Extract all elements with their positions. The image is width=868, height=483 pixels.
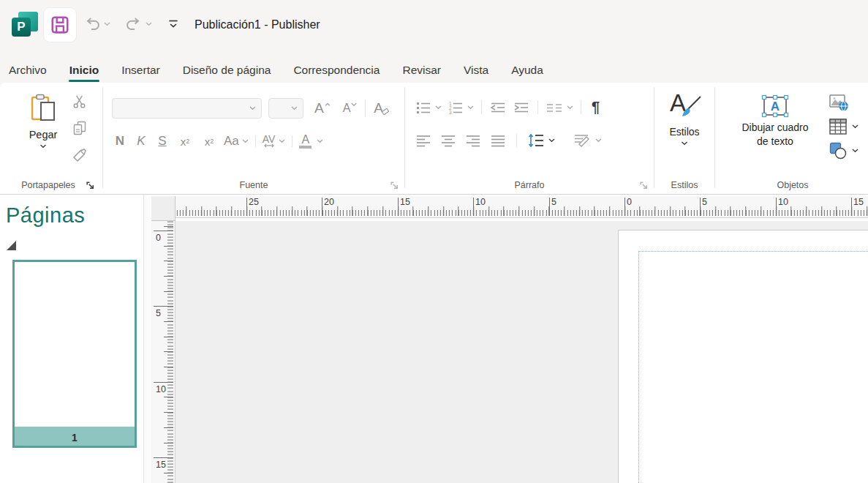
grow-font-button[interactable]: A [314, 100, 331, 116]
numbering-icon: 1 2 3 [448, 100, 464, 116]
line-spacing-icon [527, 132, 545, 149]
group-objetos: A Dibujar cuadro de texto [715, 83, 868, 194]
clipboard-dialog-launcher-icon[interactable] [86, 181, 95, 190]
styles-label: Estilos [669, 126, 699, 138]
tab-revisar[interactable]: Revisar [401, 59, 442, 81]
format-painter-icon[interactable] [72, 147, 88, 163]
italic-button[interactable]: K [133, 134, 149, 149]
publisher-logo-letter: P [12, 18, 31, 37]
pictures-button[interactable] [829, 93, 858, 112]
ruler-corner-box [151, 196, 176, 221]
decrease-indent-icon[interactable] [489, 100, 507, 116]
undo-dropdown-chevron-icon[interactable] [104, 22, 110, 26]
bold-button[interactable]: N [112, 134, 128, 149]
draw-text-box-button[interactable]: A Dibujar cuadro de texto [728, 94, 822, 148]
vertical-ruler[interactable]: 0 5 10 15 [151, 221, 176, 483]
shapes-chevron-icon [852, 149, 858, 153]
copy-icon[interactable] [72, 120, 88, 136]
font-color-swatch [299, 146, 312, 149]
pages-pane-title: Páginas [6, 203, 85, 228]
paste-label: Pegar [29, 129, 58, 141]
show-formatting-marks-button[interactable]: ¶ [592, 99, 600, 116]
tab-archivo[interactable]: Archivo [8, 59, 48, 81]
paragraph-borders-button[interactable] [573, 132, 602, 149]
align-center-icon[interactable] [440, 133, 456, 148]
clear-formatting-button[interactable]: A [374, 100, 390, 116]
page-thumbnail[interactable]: 1 [12, 260, 137, 448]
ribbon: Pegar Portapapeles [0, 83, 868, 195]
line-spacing-button[interactable] [527, 132, 555, 149]
horizontal-ruler[interactable]: 25 20 15 10 5 0 5 [176, 196, 868, 218]
shapes-button[interactable] [829, 141, 858, 160]
group-fuente: A A A N K S x2 x2 Aa [103, 83, 404, 194]
redo-dropdown-chevron-icon[interactable] [146, 22, 152, 26]
pages-pane-collapse-icon[interactable] [7, 241, 16, 250]
page-thumbnail-number: 1 [15, 432, 135, 443]
columns-icon [546, 101, 563, 114]
group-portapapeles: Pegar Portapapeles [0, 83, 102, 194]
draw-text-box-label-line2: de texto [757, 135, 793, 148]
tab-insertar[interactable]: Insertar [121, 59, 161, 81]
save-button[interactable] [44, 8, 76, 42]
justify-icon[interactable] [490, 133, 506, 148]
align-right-icon[interactable] [465, 133, 481, 148]
tab-vista[interactable]: Vista [463, 59, 489, 81]
superscript-button[interactable]: x2 [200, 135, 219, 148]
paragraph-borders-chevron-icon [595, 138, 602, 143]
increase-indent-icon[interactable] [513, 100, 530, 116]
save-icon [50, 15, 70, 35]
paste-button[interactable]: Pegar [20, 92, 66, 149]
bullets-button[interactable] [415, 100, 442, 116]
title-bar: P Publicación1 - Publisher [0, 0, 868, 57]
character-spacing-chevron-icon [279, 139, 285, 143]
clear-formatting-eraser-icon [382, 107, 390, 116]
line-spacing-chevron-icon [548, 138, 555, 143]
group-estilos: A Estilos Estilos [654, 83, 714, 194]
tab-correspondencia[interactable]: Correspondencia [293, 59, 380, 81]
numbering-chevron-icon [467, 105, 474, 110]
styles-button[interactable]: A Estilos [663, 92, 706, 146]
ribbon-tab-bar: Archivo Inicio Insertar Diseño de página… [0, 57, 868, 83]
lines-pencil-icon [573, 132, 592, 149]
publication-page[interactable] [618, 230, 868, 483]
change-case-button[interactable]: Aa [224, 134, 249, 149]
undo-icon[interactable] [83, 15, 102, 34]
font-name-combobox[interactable] [112, 98, 262, 119]
character-spacing-button[interactable]: AV [263, 135, 286, 148]
font-name-chevron-icon [249, 106, 256, 111]
numbering-button[interactable]: 1 2 3 [448, 100, 474, 116]
margin-guide-vertical [638, 251, 639, 483]
table-icon [829, 118, 848, 135]
redo-icon[interactable] [124, 15, 143, 34]
align-left-icon[interactable] [415, 133, 431, 148]
group-parrafo: 1 2 3 [405, 83, 654, 194]
customize-quick-access-toolbar-icon[interactable] [167, 18, 180, 31]
font-color-button[interactable]: A [299, 135, 323, 149]
group-label-estilos: Estilos [654, 180, 714, 190]
publication-canvas[interactable] [176, 221, 868, 483]
margin-guide-horizontal [638, 251, 868, 252]
publisher-app-icon[interactable]: P [12, 12, 38, 38]
font-size-combobox[interactable] [268, 98, 303, 119]
tab-ayuda[interactable]: Ayuda [510, 59, 544, 81]
group-label-objetos: Objetos [715, 180, 868, 190]
shrink-font-button[interactable]: A [343, 102, 358, 115]
styles-icon: A [668, 92, 701, 123]
shrink-font-chevron-down-icon [351, 102, 357, 107]
paste-dropdown-chevron-icon [39, 144, 47, 149]
group-label-fuente: Fuente [103, 180, 404, 190]
subscript-button[interactable]: x2 [176, 135, 195, 148]
bullets-icon [415, 100, 431, 116]
table-button[interactable] [829, 118, 858, 135]
page-thumbnail-sheet [15, 262, 135, 427]
columns-button[interactable] [546, 101, 573, 114]
underline-button[interactable]: S [154, 134, 170, 149]
draw-text-box-label-line1: Dibujar cuadro [741, 121, 808, 134]
tab-inicio[interactable]: Inicio [69, 59, 99, 81]
grow-font-chevron-up-icon [325, 102, 331, 107]
font-dialog-launcher-icon[interactable] [390, 181, 399, 190]
tab-diseno-de-pagina[interactable]: Diseño de página [182, 59, 272, 81]
paragraph-dialog-launcher-icon[interactable] [639, 181, 649, 190]
cut-icon[interactable] [72, 94, 87, 109]
paste-icon [26, 92, 60, 126]
